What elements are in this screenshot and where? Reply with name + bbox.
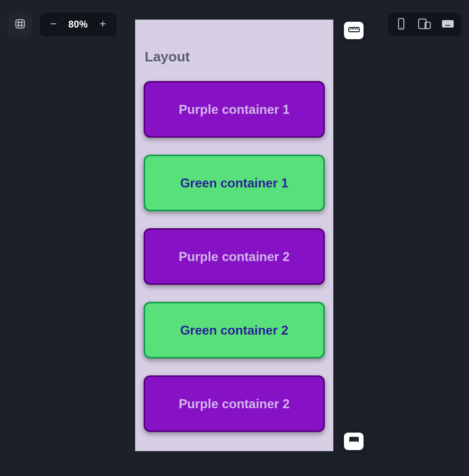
device-preview: Layout Purple container 1 Green containe… [135,20,333,451]
terminal-icon [349,436,359,447]
ruler-toggle-button[interactable] [344,22,364,39]
svg-rect-8 [442,20,454,28]
card-column: Purple container 1 Green container 1 Pur… [135,81,333,451]
plus-icon [98,19,108,30]
card-label: Green container 2 [180,323,288,338]
minus-icon [49,19,58,30]
card-label: Green container 1 [180,176,288,191]
command-icon [14,17,26,32]
layout-card[interactable]: Purple container 2 [144,228,325,285]
layout-card[interactable]: Green container 1 [144,155,325,211]
device-toolbar [388,13,461,37]
card-label: Purple container 2 [179,397,289,411]
card-label: Purple container 2 [179,249,289,264]
svg-rect-14 [349,28,359,32]
svg-rect-20 [349,442,359,444]
ruler-icon [348,26,360,35]
responsive-device-button[interactable] [418,18,431,32]
svg-rect-0 [16,20,24,28]
phone-icon [396,17,406,32]
zoom-control: 80% [40,13,117,37]
card-label: Purple container 1 [179,102,289,117]
layout-card[interactable]: Green container 2 [144,302,325,358]
devices-icon [418,18,431,31]
zoom-in-button[interactable] [95,17,110,32]
phone-device-button[interactable] [394,18,408,32]
zoom-out-button[interactable] [46,17,61,32]
layout-card[interactable]: Purple container 1 [144,81,325,138]
keyboard-icon [441,19,455,30]
page-title: Layout [135,20,333,65]
keyboard-button[interactable] [441,18,455,32]
console-toggle-button[interactable] [344,433,364,450]
shortcuts-button[interactable] [8,13,32,37]
layout-card[interactable]: Purple container 2 [144,375,325,432]
zoom-level: 80% [68,19,88,30]
